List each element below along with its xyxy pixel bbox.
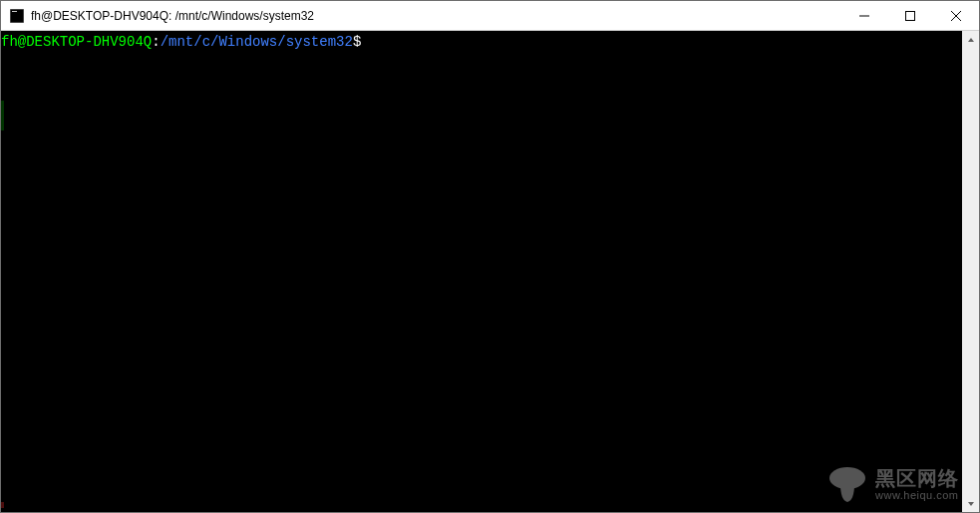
prompt-separator: :: [152, 34, 160, 50]
scroll-track[interactable]: [962, 48, 979, 495]
prompt-user-host: fh@DESKTOP-DHV904Q: [1, 34, 152, 50]
window-controls: [841, 1, 979, 30]
prompt-path: /mnt/c/Windows/system32: [161, 34, 353, 50]
vertical-scrollbar[interactable]: [962, 31, 979, 512]
terminal-window: fh@DESKTOP-DHV904Q: /mnt/c/Windows/syste…: [0, 0, 980, 513]
svg-rect-3: [906, 11, 915, 20]
close-button[interactable]: [933, 1, 979, 30]
prompt-symbol: $: [353, 34, 361, 50]
minimize-button[interactable]: [841, 1, 887, 30]
svg-rect-2: [859, 15, 869, 16]
svg-rect-1: [12, 11, 17, 12]
scroll-up-button[interactable]: [962, 31, 979, 48]
terminal-output[interactable]: fh@DESKTOP-DHV904Q:/mnt/c/Windows/system…: [1, 31, 962, 512]
titlebar[interactable]: fh@DESKTOP-DHV904Q: /mnt/c/Windows/syste…: [1, 1, 979, 31]
scroll-down-button[interactable]: [962, 495, 979, 512]
terminal-area: fh@DESKTOP-DHV904Q:/mnt/c/Windows/system…: [1, 31, 979, 512]
window-title: fh@DESKTOP-DHV904Q: /mnt/c/Windows/syste…: [31, 9, 841, 23]
maximize-button[interactable]: [887, 1, 933, 30]
app-icon: [9, 8, 25, 24]
